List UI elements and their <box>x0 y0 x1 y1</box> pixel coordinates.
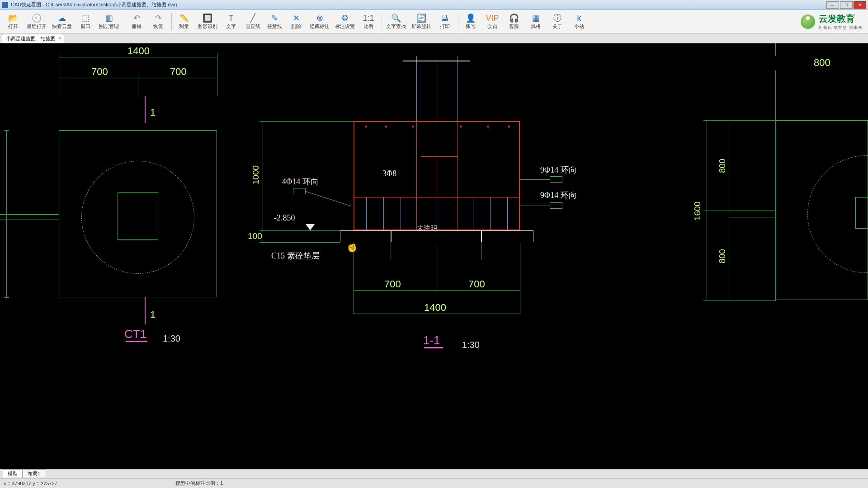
close-tab-icon[interactable]: ✕ <box>58 36 62 41</box>
tab-model[interactable]: 模型 <box>3 469 23 478</box>
layer-icon: ▥ <box>105 13 113 23</box>
ratio-button[interactable]: 1:1比例 <box>358 11 379 32</box>
dim-1400: 1400 <box>127 45 150 57</box>
undo-button[interactable]: ↶撤销 <box>126 11 147 32</box>
layout-tab-strip: 模型 布局1 <box>0 469 868 478</box>
line-label: 画直线 <box>245 23 260 30</box>
scale-1-1: 1:30 <box>462 340 480 350</box>
style-label: 风格 <box>531 23 541 30</box>
anyline-label: 任意线 <box>267 23 282 30</box>
close-button[interactable]: ✕ <box>854 1 866 9</box>
account-icon: 👤 <box>466 13 476 23</box>
ratio-label: 比例 <box>363 23 373 30</box>
text-label: 文字 <box>226 23 236 30</box>
dimcfg-button[interactable]: ⚙标注设置 <box>333 11 357 32</box>
recent-button[interactable]: 🕘最近打开 <box>24 11 49 32</box>
dim-700-r: 700 <box>170 66 187 78</box>
rebar-3phi8: 3Φ8 <box>382 169 396 178</box>
anyline-icon: ✎ <box>271 13 278 23</box>
print-label: 打印 <box>440 23 450 30</box>
textsearch-label: 文字查找 <box>386 23 406 30</box>
file-tab[interactable]: 小高层建施图、结施图 ✕ <box>2 34 64 43</box>
delete-button[interactable]: ✕删除 <box>286 11 307 32</box>
about-label: 关于 <box>552 23 562 30</box>
drawing-canvas[interactable]: 1400 700 700 1 1 CT1 1:30 ✊ <box>0 43 868 469</box>
style-icon: ▦ <box>532 13 540 23</box>
measure-icon: 📏 <box>179 13 189 23</box>
hand-cursor-icon: ✊ <box>347 243 357 253</box>
cloud-icon: ☁ <box>58 13 66 23</box>
title-text: CAD快速看图 - C:\Users\Administrator\Desktop… <box>11 1 826 8</box>
cloud-button[interactable]: ☁快看云盘 <box>50 11 74 32</box>
text-button[interactable]: T文字 <box>221 11 241 32</box>
text-icon: T <box>229 13 234 23</box>
delete-icon: ✕ <box>293 13 300 23</box>
service-label: 客服 <box>509 23 519 30</box>
open-label: 打开 <box>8 23 18 30</box>
tab-layout1[interactable]: 布局1 <box>23 469 45 478</box>
redo-button[interactable]: ↷恢复 <box>148 11 169 32</box>
redo-label: 恢复 <box>153 23 163 30</box>
window-button[interactable]: ⬚窗口 <box>75 11 96 32</box>
recent-icon: 🕘 <box>32 13 42 23</box>
account-button[interactable]: 👤账号 <box>460 11 481 32</box>
dim-1400-b: 1400 <box>424 302 446 314</box>
dim-700-l: 700 <box>91 66 108 78</box>
keyboard-button[interactable]: k小站 <box>569 11 590 32</box>
textsearch-icon: 🔍 <box>391 13 401 23</box>
note-text: 未注明 <box>417 224 437 233</box>
main-toolbar: 📂打开🕘最近打开☁快看云盘⬚窗口▥图层管理↶撤销↷恢复📏测量🔲图形识别T文字╱画… <box>0 10 868 33</box>
dimcfg-icon: ⚙ <box>341 13 349 23</box>
hidedim-icon: ⊗ <box>316 13 323 23</box>
anyline-button[interactable]: ✎任意线 <box>264 11 285 32</box>
textsearch-button[interactable]: 🔍文字查找 <box>384 11 408 32</box>
about-button[interactable]: ⓘ关于 <box>547 11 568 32</box>
scale-ct1: 1:30 <box>163 333 180 344</box>
status-dimscale: 模型中的标注比例：1 <box>175 480 223 487</box>
hidedim-label: 隐藏标注 <box>310 23 330 30</box>
measure-button[interactable]: 📏测量 <box>174 11 194 32</box>
rotate-icon: 🔄 <box>416 13 426 23</box>
window-icon: ⬚ <box>82 13 90 23</box>
section-mark-1-bot: 1 <box>150 309 156 321</box>
window-controls: — □ ✕ <box>826 1 866 9</box>
vip-button[interactable]: VIP会员 <box>482 11 503 32</box>
maximize-button[interactable]: □ <box>840 1 853 9</box>
app-icon <box>2 2 8 8</box>
keyboard-label: 小站 <box>574 23 584 30</box>
rebar-9phi14-a: 9Φ14 环向 <box>540 164 577 175</box>
file-tab-label: 小高层建施图、结施图 <box>6 36 56 41</box>
rebar-4phi14: 4Φ14 环向 <box>282 176 319 187</box>
account-label: 账号 <box>466 23 476 30</box>
status-coords: x = 3790307 y = 275727 <box>4 481 121 486</box>
measure-label: 测量 <box>179 23 189 30</box>
cloud-label: 快看云盘 <box>52 23 72 30</box>
brand-slogan: 用知识 筑梦想 追未来 <box>819 25 863 31</box>
print-button[interactable]: 🖶打印 <box>434 11 455 32</box>
layer-label: 图层管理 <box>99 23 119 30</box>
open-icon: 📂 <box>8 13 18 23</box>
rotate-button[interactable]: 🔄屏幕旋转 <box>409 11 434 32</box>
service-button[interactable]: 🎧客服 <box>504 11 524 32</box>
minimize-button[interactable]: — <box>826 1 839 9</box>
line-button[interactable]: ╱画直线 <box>242 11 263 32</box>
dim-800-top: 800 <box>814 57 830 69</box>
brand-area: 云发教育 用知识 筑梦想 追未来 <box>801 13 863 31</box>
dim-700-br: 700 <box>468 278 485 290</box>
open-button[interactable]: 📂打开 <box>3 11 24 32</box>
dim-1000: 1000 <box>251 165 261 184</box>
cushion-note: C15 素砼垫层 <box>271 250 320 261</box>
recog-button[interactable]: 🔲图形识别 <box>195 11 220 32</box>
status-bar: x = 3790307 y = 275727 模型中的标注比例：1 <box>0 478 868 488</box>
hidedim-button[interactable]: ⊗隐藏标注 <box>307 11 332 32</box>
line-icon: ╱ <box>250 13 255 23</box>
recent-label: 最近打开 <box>27 23 47 30</box>
file-tab-strip: 小高层建施图、结施图 ✕ <box>0 33 868 43</box>
elev-2850: -2.850 <box>274 213 295 223</box>
section-mark-1-top: 1 <box>150 107 156 118</box>
style-button[interactable]: ▦风格 <box>525 11 546 32</box>
brand-name: 云发教育 <box>819 13 863 25</box>
dimcfg-label: 标注设置 <box>335 23 355 30</box>
print-icon: 🖶 <box>441 13 449 23</box>
layer-button[interactable]: ▥图层管理 <box>97 11 121 32</box>
